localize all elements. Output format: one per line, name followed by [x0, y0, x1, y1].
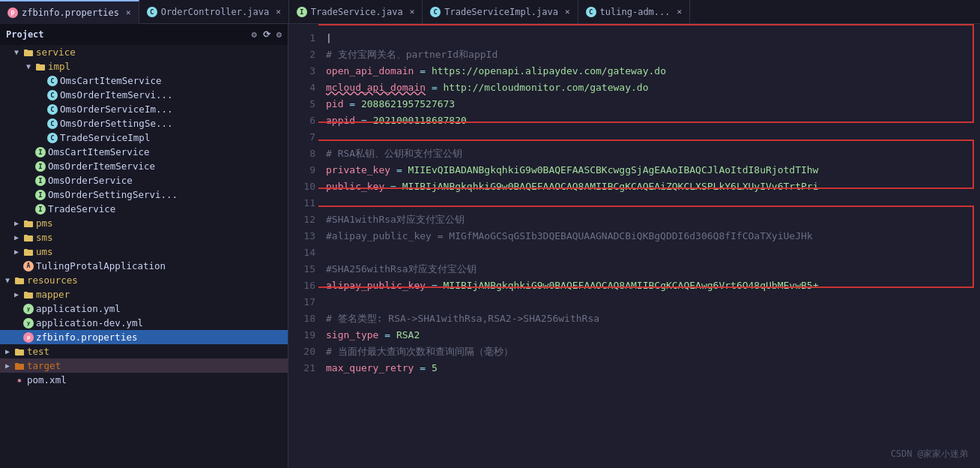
tab-zfbinfo[interactable]: p zfbinfo.properties ✕ — [0, 0, 139, 24]
sidebar-item-tulingprotalapp[interactable]: A TulingProtalApplication — [0, 259, 288, 273]
pms-label: pms — [36, 218, 53, 229]
folder-icon-resources — [14, 275, 25, 286]
applicationdevyml-label: application-dev.yml — [36, 317, 143, 328]
omscartitemservice-label: OmsCartItemService — [60, 75, 161, 86]
sidebar: Project ⚙ ⟳ ⚙ ▼ service ▼ impl C OmsCart… — [0, 24, 288, 468]
code-line-7 — [326, 129, 980, 146]
code-line-14 — [326, 244, 980, 261]
service-label: service — [36, 46, 76, 58]
expand-service: ▼ — [12, 48, 21, 57]
sidebar-item-omsorderitemservice-i[interactable]: I OmsOrderItemService — [0, 159, 288, 173]
applicationyml-label: application.yml — [36, 303, 121, 314]
tab-label-zfbinfo: zfbinfo.properties — [22, 8, 119, 18]
badge-tulingprotalapp: A — [23, 261, 34, 272]
sidebar-item-tradeservice-i[interactable]: I TradeService — [0, 202, 288, 216]
folder-icon-test — [14, 346, 25, 357]
tab-label-tradeservice: TradeService.java — [311, 7, 403, 17]
sidebar-item-target[interactable]: ▶ target — [0, 358, 288, 373]
code-line-6: appid = 2021000118687820 — [326, 112, 980, 129]
sidebar-item-omsordersettingse[interactable]: C OmsOrderSettingSe... — [0, 116, 288, 130]
sidebar-item-omsorderitemservi[interactable]: C OmsOrderItemServi... — [0, 88, 288, 102]
tab-icon-tradeservice: I — [297, 7, 307, 17]
sidebar-item-sms[interactable]: ▶ sms — [0, 230, 288, 244]
badge-applicationdevyml: y — [23, 318, 34, 328]
sidebar-item-omscartitemservice-i[interactable]: I OmsCartItemService — [0, 145, 288, 159]
sidebar-item-tradeserviceimpl[interactable]: C TradeServiceImpl — [0, 130, 288, 145]
tab-ordercontroller[interactable]: C OrderController.java ✕ — [139, 0, 289, 24]
sidebar-item-service[interactable]: ▼ service — [0, 45, 288, 59]
sidebar-icon-sync[interactable]: ⟳ — [263, 29, 270, 40]
tab-close-zfbinfo[interactable]: ✕ — [126, 8, 131, 17]
sidebar-item-ums[interactable]: ▶ ums — [0, 244, 288, 259]
tab-close-ordercontroller[interactable]: ✕ — [276, 7, 281, 16]
ums-label: ums — [36, 246, 53, 257]
svg-rect-15 — [15, 349, 19, 351]
code-line-13: #alipay_public_key = MIGfMAoGCSqGSIb3DQE… — [326, 228, 980, 244]
tab-label-tulingadm: tuling-adm... — [600, 7, 671, 17]
resources-label: resources — [27, 274, 78, 286]
tab-tradeservice[interactable]: I TradeService.java ✕ — [289, 0, 423, 24]
sidebar-item-impl[interactable]: ▼ impl — [0, 59, 288, 74]
tab-close-tradeservice[interactable]: ✕ — [410, 7, 415, 16]
sidebar-item-mapper[interactable]: ▶ mapper — [0, 287, 288, 302]
code-line-10: public_key = MIIBIjANBgkqhkiG9w0BAQEFAAO… — [326, 178, 980, 195]
svg-rect-3 — [36, 64, 40, 66]
code-line-20: # 当面付最大查询次数和查询间隔（毫秒） — [326, 344, 980, 360]
code-line-12: #SHA1withRsa对应支付宝公钥 — [326, 212, 980, 228]
folder-icon-service — [23, 47, 34, 58]
tab-bar: p zfbinfo.properties ✕ C OrderController… — [0, 0, 980, 24]
tab-close-tradeserviceimpl[interactable]: ✕ — [565, 7, 570, 16]
omsorderserviceim-label: OmsOrderServiceIm... — [60, 104, 173, 115]
omscartitemservice-i-label: OmsCartItemService — [48, 146, 149, 158]
sidebar-item-omsordersettingservi-i[interactable]: I OmsOrderSettingServi... — [0, 188, 288, 202]
sidebar-icon-settings[interactable]: ⚙ — [276, 29, 282, 40]
badge-omscartitemservice-i: I — [35, 147, 46, 158]
sidebar-item-zfbinfoproperties[interactable]: p zfbinfo.properties — [0, 330, 288, 344]
code-line-15: #SHA256withRsa对应支付宝公钥 — [326, 261, 980, 278]
sidebar-icon-gear[interactable]: ⚙ — [252, 29, 257, 40]
code-area[interactable]: | # 支付宝网关名、partnerId和appId open_api_doma… — [318, 24, 980, 468]
folder-icon-ums — [23, 247, 34, 257]
sidebar-item-omsorderservice-i[interactable]: I OmsOrderService — [0, 173, 288, 188]
sidebar-item-test[interactable]: ▶ test — [0, 344, 288, 358]
sidebar-item-pms[interactable]: ▶ pms — [0, 216, 288, 230]
code-line-8: # RSA私钥、公钥和支付宝公钥 — [326, 146, 980, 162]
main-area: Project ⚙ ⟳ ⚙ ▼ service ▼ impl C OmsCart… — [0, 24, 980, 468]
svg-rect-13 — [24, 292, 28, 294]
sidebar-item-applicationdevyml[interactable]: y application-dev.yml — [0, 316, 288, 330]
test-label: test — [27, 346, 49, 357]
pom-icon: ✱ — [14, 375, 25, 386]
svg-rect-1 — [24, 50, 28, 52]
code-line-19: sign_type = RSA2 — [326, 327, 980, 344]
sidebar-item-omscartitemservice[interactable]: C OmsCartItemService — [0, 74, 288, 88]
omsordersettingservi-i-label: OmsOrderSettingServi... — [48, 189, 178, 200]
badge-omsorderitemservi: C — [47, 90, 58, 100]
zfbinfoproperties-label: zfbinfo.properties — [36, 332, 137, 343]
sidebar-header: Project ⚙ ⟳ ⚙ — [0, 24, 288, 45]
tab-icon-tradeserviceimpl: C — [430, 7, 441, 17]
code-line-16: alipay_public_key = MIIBIjANBgkqhkiG9w0B… — [326, 278, 980, 294]
code-line-2: # 支付宝网关名、partnerId和appId — [326, 46, 980, 63]
svg-rect-7 — [24, 235, 28, 237]
code-editor: 1 2 3 4 5 6 7 8 9 10 11 12 13 14 15 16 1… — [288, 24, 980, 468]
tab-tulingadm[interactable]: C tuling-adm... ✕ — [578, 0, 691, 24]
svg-rect-5 — [24, 220, 28, 223]
badge-tradeserviceimpl: C — [47, 133, 58, 143]
sidebar-item-omsorderserviceim[interactable]: C OmsOrderServiceIm... — [0, 102, 288, 116]
sidebar-item-applicationyml[interactable]: y application.yml — [0, 302, 288, 316]
tab-tradeserviceimpl[interactable]: C TradeServiceImpl.java ✕ — [423, 0, 578, 24]
omsorderitemservice-i-label: OmsOrderItemService — [48, 160, 155, 172]
sidebar-item-pomxml[interactable]: ✱ pom.xml — [0, 373, 288, 387]
code-line-9: private_key = MIIEvQIBADANBgkqhkiG9w0BAQ… — [326, 162, 980, 178]
badge-applicationyml: y — [23, 304, 34, 314]
svg-rect-9 — [24, 249, 28, 251]
tab-icon-tulingadm: C — [586, 7, 596, 17]
badge-omsorderservice-i: I — [35, 176, 46, 186]
sidebar-item-resources[interactable]: ▼ resources — [0, 273, 288, 287]
omsorderservice-i-label: OmsOrderService — [48, 175, 133, 186]
badge-zfbinfoproperties: p — [23, 332, 34, 343]
tab-close-tulingadm[interactable]: ✕ — [677, 7, 683, 16]
badge-omsordersettingse: C — [47, 118, 58, 129]
badge-omsorderserviceim: C — [47, 104, 58, 115]
pomxml-label: pom.xml — [27, 374, 67, 386]
